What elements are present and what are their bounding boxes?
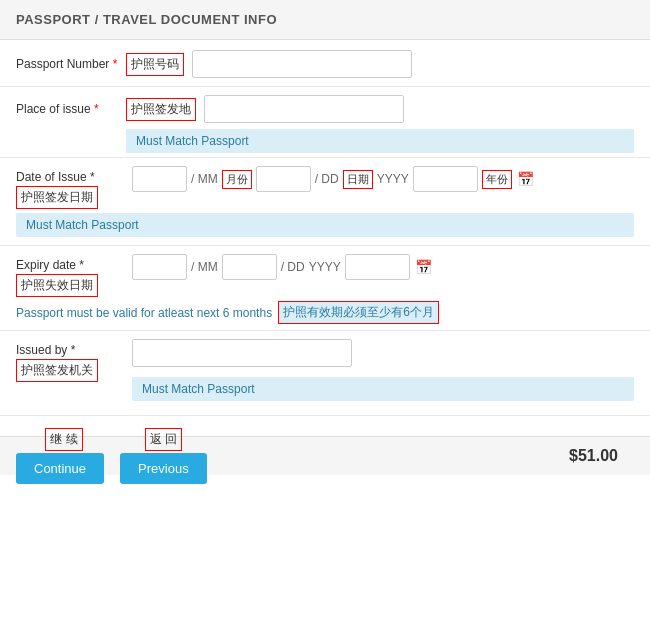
button-group: 继 续 Continue 返 回 Previous <box>16 428 207 484</box>
passport-number-required: * <box>113 57 118 71</box>
place-of-issue-section: Place of issue * 护照签发地 Must Match Passpo… <box>0 87 650 158</box>
page-title: PASSPORT / TRAVEL DOCUMENT INFO <box>16 12 277 27</box>
expiry-mm-input[interactable] <box>132 254 187 280</box>
expiry-dd-input[interactable] <box>222 254 277 280</box>
passport-number-section: Passport Number * 护照号码 <box>0 40 650 87</box>
date-issue-hint: Must Match Passport <box>16 213 634 237</box>
place-of-issue-label: Place of issue * <box>16 95 126 118</box>
passport-number-cn-label: 护照号码 <box>126 53 184 76</box>
header: PASSPORT / TRAVEL DOCUMENT INFO <box>0 0 650 40</box>
issued-by-input-wrapper: Must Match Passport <box>132 339 634 401</box>
continue-button[interactable]: Continue <box>16 453 104 484</box>
dd-prefix: / DD <box>315 172 339 186</box>
date-issue-yyyy-input[interactable] <box>413 166 478 192</box>
mm-prefix: / MM <box>191 172 218 186</box>
date-issue-mm-input[interactable] <box>132 166 187 192</box>
place-required: * <box>94 102 99 116</box>
continue-cn: 继 续 <box>45 428 82 451</box>
date-of-issue-section: Date of Issue * 护照签发日期 / MM 月份 / DD 日期 Y… <box>0 158 650 246</box>
continue-group: 继 续 Continue <box>16 428 112 484</box>
passport-number-input-wrapper: 护照号码 <box>126 50 634 78</box>
place-cn-label: 护照签发地 <box>126 98 196 121</box>
previous-group: 返 回 Previous <box>120 428 207 484</box>
issued-by-section: Issued by * 护照签发机关 Must Match Passport <box>0 331 650 416</box>
day-cn: 日期 <box>343 170 373 189</box>
passport-number-label: Passport Number * <box>16 50 126 73</box>
issued-by-hint: Must Match Passport <box>132 377 634 401</box>
expiry-date-section: Expiry date * 护照失效日期 / MM / DD YYYY 📅 Pa… <box>0 246 650 331</box>
expiry-mm-prefix: / MM <box>191 260 218 274</box>
expiry-cn-label: 护照失效日期 <box>16 274 98 297</box>
expiry-yyyy-label: YYYY <box>309 260 341 274</box>
date-cn-label: 护照签发日期 <box>16 186 98 209</box>
expiry-yyyy-input[interactable] <box>345 254 410 280</box>
expiry-cn-hint: 护照有效期必须至少有6个月 <box>278 301 439 324</box>
date-issue-dd-input[interactable] <box>256 166 311 192</box>
issued-by-input[interactable] <box>132 339 352 367</box>
page-wrapper: PASSPORT / TRAVEL DOCUMENT INFO Passport… <box>0 0 650 620</box>
yyyy-label: YYYY <box>377 172 409 186</box>
month-cn: 月份 <box>222 170 252 189</box>
previous-cn: 返 回 <box>145 428 182 451</box>
price-display: $51.00 <box>569 447 618 465</box>
passport-number-input[interactable] <box>192 50 412 78</box>
place-hint: Must Match Passport <box>126 129 634 153</box>
expiry-hint-text: Passport must be valid for atleast next … <box>16 306 272 320</box>
bottom-bar: 继 续 Continue 返 回 Previous $51.00 <box>0 436 650 475</box>
issued-by-cn-label: 护照签发机关 <box>16 359 98 382</box>
place-of-issue-input[interactable] <box>204 95 404 123</box>
previous-button[interactable]: Previous <box>120 453 207 484</box>
expiry-calendar-icon[interactable]: 📅 <box>414 257 434 277</box>
place-of-issue-input-wrapper: 护照签发地 Must Match Passport <box>126 95 634 153</box>
date-issue-calendar-icon[interactable]: 📅 <box>516 169 536 189</box>
expiry-dd-prefix: / DD <box>281 260 305 274</box>
year-cn: 年份 <box>482 170 512 189</box>
